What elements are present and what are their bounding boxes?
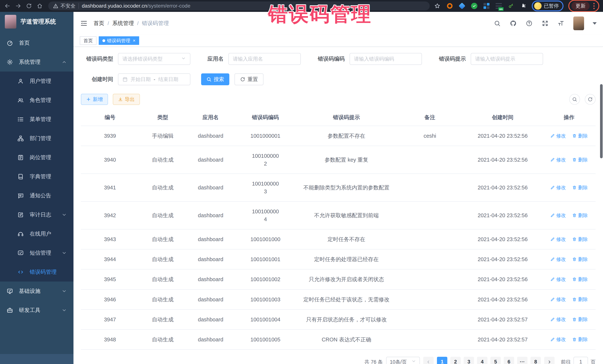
edit-link[interactable]: 修改	[550, 236, 566, 243]
cell-time: 2021-04-20 23:52:56	[463, 150, 543, 170]
edit-link[interactable]: 修改	[550, 157, 566, 163]
edit-link[interactable]: 修改	[550, 296, 566, 303]
sidebar-item-home[interactable]: 首页	[0, 33, 73, 53]
edit-link[interactable]: 修改	[550, 336, 566, 343]
sidebar-item-notice[interactable]: 通知公告	[0, 186, 73, 205]
extension-grid-icon[interactable]	[483, 2, 490, 10]
delete-link[interactable]: 删除	[572, 212, 588, 219]
reset-button[interactable]: 重置	[234, 73, 264, 85]
extension-key-icon[interactable]	[507, 2, 515, 10]
delete-link[interactable]: 删除	[572, 133, 588, 139]
page-size-select[interactable]: 10条/页	[386, 357, 420, 364]
user-avatar[interactable]	[573, 16, 584, 30]
sidebar-item-menu-mgmt[interactable]: 菜单管理	[0, 110, 73, 129]
table-toolbar: 新增 导出	[81, 94, 596, 105]
caret-down-icon[interactable]	[593, 22, 597, 25]
edit-link[interactable]: 修改	[550, 256, 566, 263]
breadcrumb-system[interactable]: 系统管理	[112, 20, 134, 27]
star-icon[interactable]	[433, 1, 441, 11]
search-button[interactable]: 搜索	[201, 73, 229, 85]
kebab-menu-icon[interactable]	[592, 3, 596, 9]
extension-gem-icon[interactable]	[458, 2, 466, 10]
browser-profile-chip[interactable]: 已暂停	[532, 0, 564, 11]
edit-link[interactable]: 修改	[550, 316, 566, 323]
sidebar-item-sms-mgmt[interactable]: 短信管理	[0, 243, 73, 263]
error-type-select[interactable]: 请选择错误码类型	[118, 53, 190, 65]
hide-search-button[interactable]	[569, 94, 580, 105]
edit-link[interactable]: 修改	[550, 184, 566, 191]
address-bar[interactable]: 不安全 dashboard.yudao.iocoder.cn/system/er…	[48, 1, 430, 10]
delete-link[interactable]: 删除	[572, 316, 588, 323]
breadcrumb-home[interactable]: 首页	[93, 20, 104, 27]
edit-link[interactable]: 修改	[550, 133, 566, 139]
home-icon[interactable]	[35, 1, 45, 11]
search-icon[interactable]	[494, 20, 501, 27]
forward-icon[interactable]	[13, 1, 23, 11]
sidebar-item-dict-mgmt[interactable]: 字典管理	[0, 167, 73, 186]
page-button-2[interactable]: 2	[450, 357, 461, 364]
back-icon[interactable]	[3, 1, 12, 11]
security-chip[interactable]: 不安全	[53, 3, 76, 9]
error-hint-input[interactable]: 请输入错误码提示	[471, 53, 543, 65]
page-button-6[interactable]: 6	[504, 357, 514, 364]
delete-link[interactable]: 删除	[572, 157, 588, 163]
cell-hint: 定时任务的处理器已经存在	[296, 249, 397, 269]
app-logo-row[interactable]: 芋道管理系统	[0, 12, 73, 32]
error-code-table: 编号 类型 应用名 错误码编码 错误码提示 备注 创建时间 操作 3939 手动…	[81, 110, 596, 350]
page-button-3[interactable]: 3	[464, 357, 474, 364]
extension-check-icon[interactable]	[471, 2, 478, 10]
delete-link[interactable]: 删除	[572, 276, 588, 283]
delete-link[interactable]: 删除	[572, 236, 588, 243]
page-ellipsis[interactable]: ···	[517, 357, 527, 364]
help-icon[interactable]	[525, 20, 533, 27]
date-range-picker[interactable]: 开始日期 - 结束日期	[118, 73, 190, 85]
sidebar-item-infrastructure[interactable]: 基础设施	[0, 282, 73, 301]
edit-link[interactable]: 修改	[550, 276, 566, 283]
cell-app: dashboard	[186, 310, 235, 329]
sms-icon	[17, 249, 24, 256]
tab-home[interactable]: 首页	[80, 36, 96, 45]
page-button-4[interactable]: 4	[477, 357, 487, 364]
sidebar-item-dev-tools[interactable]: 研发工具	[0, 301, 73, 320]
error-code-input[interactable]: 请输入错误码编码	[349, 53, 422, 65]
hamburger-icon[interactable]	[80, 19, 88, 27]
sidebar-item-user-mgmt[interactable]: 用户管理	[0, 72, 73, 91]
extension-list-icon[interactable]: on	[495, 2, 502, 10]
extension-orange-icon[interactable]	[446, 2, 453, 10]
sidebar-item-online-user[interactable]: 在线用户	[0, 224, 73, 243]
page-button-8[interactable]: 8	[531, 357, 541, 364]
tab-error-code[interactable]: 错误码管理 ×	[99, 36, 139, 45]
scrollbar-thumb[interactable]	[600, 84, 603, 158]
filter-app-name: 应用名 请输入应用名	[208, 53, 301, 65]
page-size-value: 10条/页	[390, 359, 407, 364]
add-button[interactable]: 新增	[81, 94, 108, 105]
cell-id: 3939	[81, 126, 139, 146]
delete-link[interactable]: 删除	[572, 256, 588, 263]
sidebar-item-system-mgmt[interactable]: 系统管理	[0, 53, 73, 72]
export-button[interactable]: 导出	[113, 94, 140, 105]
app-name-input[interactable]: 请输入应用名	[228, 53, 301, 65]
update-button[interactable]: 更新	[571, 1, 590, 10]
delete-link[interactable]: 删除	[572, 336, 588, 343]
github-icon[interactable]	[510, 20, 517, 27]
sidebar-item-error-code-mgmt[interactable]: 错误码管理	[0, 263, 73, 282]
reload-icon[interactable]	[24, 1, 34, 11]
sidebar-item-audit-log[interactable]: 审计日志	[0, 205, 73, 224]
page-button-1[interactable]: 1	[437, 357, 447, 364]
fullscreen-icon[interactable]	[541, 20, 549, 27]
sidebar-item-post-mgmt[interactable]: 岗位管理	[0, 148, 73, 167]
delete-link[interactable]: 删除	[572, 184, 588, 191]
delete-link[interactable]: 删除	[572, 296, 588, 303]
prev-page-button[interactable]	[423, 357, 434, 364]
sidebar-item-role-mgmt[interactable]: 角色管理	[0, 91, 73, 110]
sidebar-item-dept-mgmt[interactable]: 部门管理	[0, 129, 73, 148]
close-icon[interactable]: ×	[133, 38, 135, 43]
app-window: 芋道管理系统 首页 系统管理 用户管理 角色管理 菜单管理 部门管理 岗位管理	[0, 12, 603, 364]
page-button-5[interactable]: 5	[490, 357, 501, 364]
goto-page-input[interactable]: 1	[573, 357, 588, 364]
font-size-icon[interactable]	[557, 20, 565, 27]
next-page-button[interactable]	[544, 357, 555, 364]
edit-link[interactable]: 修改	[550, 212, 566, 219]
refresh-button[interactable]	[585, 94, 596, 105]
extensions-puzzle-icon[interactable]	[520, 2, 527, 10]
